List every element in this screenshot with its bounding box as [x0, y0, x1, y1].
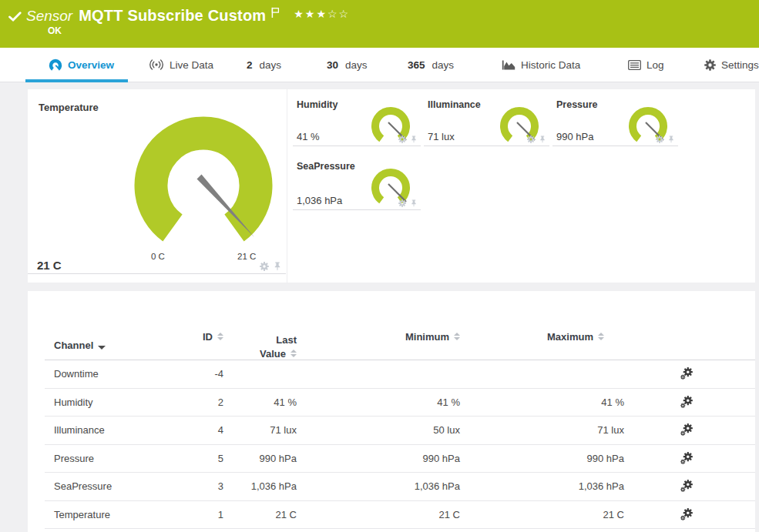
- table-header-row: Channel ID Last Value Minimum Maximum: [45, 291, 755, 360]
- gauge-title: Humidity: [297, 99, 338, 110]
- tab-log[interactable]: Log: [628, 48, 664, 82]
- gauge-min-label: 0 C: [151, 252, 165, 261]
- column-header-minimum[interactable]: Minimum: [297, 331, 460, 360]
- tab-label: Overview: [68, 59, 114, 71]
- tab-label: Settings: [721, 59, 759, 71]
- gauge-box-seapressure: SeaPressure 1,036 hPa: [293, 151, 421, 210]
- channel-name-link[interactable]: Illuminance: [54, 424, 143, 436]
- gear-icon[interactable]: [656, 136, 663, 143]
- channel-name-link[interactable]: Pressure: [54, 453, 143, 464]
- gear-icon[interactable]: [398, 199, 406, 207]
- gear-icon[interactable]: [398, 136, 406, 143]
- gauge-value: 71 lux: [428, 131, 455, 142]
- tab-overview[interactable]: Overview: [49, 48, 114, 82]
- pin-icon[interactable]: [539, 136, 546, 143]
- channel-settings-icon[interactable]: [680, 423, 693, 437]
- channel-maximum: 71 lux: [460, 424, 624, 436]
- pin-icon[interactable]: [667, 136, 675, 143]
- page-title: MQTT Subscribe Custom: [79, 7, 266, 25]
- tab-number: 365: [408, 59, 425, 71]
- gear-icon[interactable]: [527, 136, 535, 143]
- channel-minimum: 21 C: [297, 509, 460, 520]
- channel-maximum: 41 %: [460, 396, 624, 408]
- sensor-kind-label: Sensor: [26, 8, 72, 25]
- gauge-title: SeaPressure: [297, 161, 355, 172]
- channel-maximum: 990 hPa: [460, 453, 624, 464]
- channel-id: -4: [143, 368, 223, 380]
- sort-icon: [217, 333, 223, 340]
- gauge-title: Illuminance: [428, 99, 481, 110]
- channel-settings-icon[interactable]: [680, 452, 693, 465]
- tab-live-data[interactable]: Live Data: [149, 48, 213, 82]
- gear-icon: [704, 59, 716, 71]
- pin-icon[interactable]: [410, 199, 418, 207]
- status-badge: OK: [48, 25, 62, 36]
- gear-icon[interactable]: [260, 262, 269, 271]
- channel-settings-icon[interactable]: [680, 508, 693, 521]
- channel-name-link[interactable]: Downtime: [54, 368, 143, 380]
- divider: [28, 273, 286, 274]
- flag-icon[interactable]: [271, 7, 280, 18]
- sensor-status-header: Sensor MQTT Subscribe Custom ★★★☆☆ OK: [0, 0, 759, 48]
- table-row: Illuminance 4 71 lux 50 lux 71 lux: [45, 417, 755, 445]
- channel-name-link[interactable]: Humidity: [54, 396, 143, 408]
- tab-historic-data[interactable]: Historic Data: [502, 48, 580, 82]
- column-header-maximum[interactable]: Maximum: [460, 331, 624, 360]
- channel-id: 2: [143, 396, 223, 408]
- channel-last-value: 71 lux: [223, 424, 297, 436]
- pin-icon[interactable]: [410, 136, 418, 143]
- channel-last-value: 1,036 hPa: [223, 480, 297, 492]
- channel-settings-icon[interactable]: [680, 480, 693, 493]
- gauge-icon: [49, 58, 62, 72]
- tab-settings[interactable]: Settings: [704, 48, 759, 82]
- column-header-last-value[interactable]: Last Value: [223, 331, 297, 360]
- pin-icon[interactable]: [273, 262, 282, 271]
- channels-table: Channel ID Last Value Minimum Maximum: [28, 291, 755, 532]
- channel-name-link[interactable]: SeaPressure: [54, 480, 143, 492]
- channel-minimum: 1,036 hPa: [297, 480, 460, 492]
- tab-365-days[interactable]: 365 days: [408, 48, 454, 82]
- temperature-gauge: [130, 112, 277, 259]
- tab-label: Log: [646, 59, 664, 71]
- tab-label: days: [432, 59, 455, 71]
- table-row: Pressure 5 990 hPa 990 hPa 990 hPa: [45, 445, 755, 473]
- tab-2-days[interactable]: 2 days: [247, 48, 281, 82]
- gauge-value: 41 %: [297, 131, 320, 142]
- channel-id: 3: [143, 480, 223, 492]
- table-row: Humidity 2 41 % 41 % 41 %: [45, 389, 755, 417]
- tab-label: Historic Data: [521, 59, 580, 71]
- column-header-channel[interactable]: Channel: [54, 331, 143, 360]
- gauge-box-pressure: Pressure 990 hPa: [552, 89, 678, 146]
- tab-label: days: [260, 59, 282, 71]
- table-row: SeaPressure 3 1,036 hPa 1,036 hPa 1,036 …: [45, 473, 755, 501]
- tab-label: Live Data: [170, 59, 213, 71]
- gauge-box-illuminance: Illuminance 71 lux: [424, 89, 549, 146]
- gauge-box-temperature: Temperature 0 C 21 C 21 C: [28, 89, 287, 283]
- gauge-box-humidity: Humidity 41 %: [293, 89, 421, 146]
- tab-30-days[interactable]: 30 days: [327, 48, 368, 82]
- channel-minimum: 990 hPa: [297, 453, 460, 464]
- status-check-icon: [8, 12, 22, 22]
- log-list-icon: [628, 60, 641, 70]
- table-row: Temperature 1 21 C 21 C 21 C: [45, 501, 755, 530]
- tab-number: 2: [247, 59, 253, 71]
- column-header-id[interactable]: ID: [143, 331, 223, 360]
- gauge-max-label: 21 C: [237, 252, 256, 261]
- gauges-panel: Temperature 0 C 21 C 21 C Humidity 41 %: [28, 89, 755, 283]
- area-chart-icon: [502, 59, 516, 70]
- channel-settings-icon[interactable]: [680, 396, 693, 409]
- sort-icon: [598, 333, 604, 340]
- star-rating[interactable]: ★★★☆☆: [294, 8, 350, 20]
- tab-number: 30: [327, 59, 338, 71]
- sort-icon: [454, 333, 460, 340]
- channel-settings-icon[interactable]: [680, 367, 693, 380]
- sort-icon: [291, 350, 297, 360]
- channel-maximum: 1,036 hPa: [460, 480, 624, 492]
- channel-last-value: 990 hPa: [223, 453, 297, 464]
- channel-name-link[interactable]: Temperature: [54, 509, 143, 520]
- sensor-overview-page: Sensor MQTT Subscribe Custom ★★★☆☆ OK Ov…: [0, 0, 759, 532]
- gauge-value: 990 hPa: [556, 131, 593, 142]
- gauge-value: 1,036 hPa: [297, 195, 342, 206]
- table-row: Downtime -4: [45, 360, 755, 389]
- tab-bar: Overview Live Data 2 days 30 days 365 da…: [0, 48, 759, 82]
